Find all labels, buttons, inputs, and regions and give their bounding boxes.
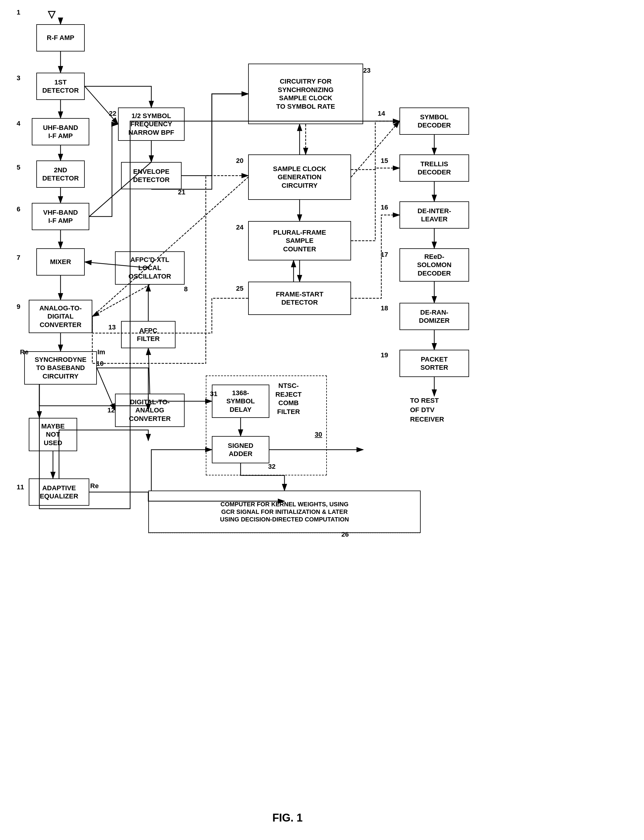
svg-line-16: [92, 285, 150, 316]
node8-label: 8: [184, 285, 187, 293]
svg-line-12: [85, 86, 118, 124]
uhf-amp-block: UHF-BANDI-F AMP: [32, 118, 89, 145]
first-detector-label: 1STDETECTOR: [43, 78, 79, 95]
frame-start-block: FRAME-STARTDETECTOR: [248, 282, 351, 315]
node5-label: 5: [16, 163, 20, 171]
sample-clock-gen-label: SAMPLE CLOCKGENERATIONCIRCUITRY: [273, 165, 326, 190]
packet-sorter-label: PACKETSORTER: [421, 355, 448, 372]
diagram-container: ▽ R-F AMP 1STDETECTOR UHF-BANDI-F AMP 2N…: [0, 0, 644, 840]
plural-frame-label: PLURAL-FRAMESAMPLECOUNTER: [273, 228, 326, 254]
node25-label: 25: [236, 285, 243, 293]
first-detector-block: 1STDETECTOR: [36, 72, 85, 100]
node11-label: 11: [16, 483, 24, 491]
sync-sample-clock-block: CIRCUITRY FORSYNCHRONIZINGSAMPLE CLOCKTO…: [248, 64, 363, 124]
symbol-delay-block: 1368-SYMBOLDELAY: [212, 385, 269, 418]
node9-label: 9: [16, 303, 20, 311]
node18-label: 18: [381, 304, 388, 312]
second-detector-block: 2NDDETECTOR: [36, 160, 85, 188]
synchrodyne-label: SYNCHRODYNETO BASEBANDCIRCUITRY: [34, 356, 86, 380]
node22-label: 22: [109, 110, 116, 117]
adaptive-eq-block: ADAPTIVEEQUALIZER: [29, 478, 89, 506]
maybe-not-used-label: MAYBENOTUSED: [41, 422, 64, 447]
node32-label: 32: [268, 463, 275, 471]
node10-label: 10: [96, 360, 104, 367]
node26-label: 26: [342, 530, 348, 539]
node4-label: 4: [16, 120, 20, 127]
frame-start-label: FRAME-STARTDETECTOR: [276, 290, 323, 307]
envelope-det-label: ENVELOPEDETECTOR: [133, 168, 170, 184]
packet-sorter-block: PACKETSORTER: [399, 350, 469, 377]
re-label2: Re: [90, 482, 99, 490]
mixer-label: MIXER: [50, 258, 71, 266]
node15-label: 15: [381, 157, 388, 165]
afpcd-osc-block: AFPC'D XTLLOCALOSCILLATOR: [115, 251, 185, 285]
dac-block: DIGITAL-TO-ANALOGCONVERTER: [115, 394, 185, 427]
half-symbol-bpf-block: 1/2 SYMBOLFREQUENCYNARROW BPF: [118, 107, 185, 141]
kernel-computer-label: COMPUTER FOR KERNEL WEIGHTS, USINGGCR SI…: [220, 501, 349, 523]
node31-label: 31: [210, 390, 217, 398]
vhf-amp-label: VHF-BANDI-F AMP: [43, 208, 78, 225]
node20-label: 20: [236, 157, 243, 165]
de-randomizer-label: DE-RAN-DOMIZER: [419, 308, 449, 325]
maybe-not-used-block: MAYBENOTUSED: [29, 418, 77, 451]
node14-label: 14: [378, 110, 385, 117]
node19-label: 19: [381, 351, 388, 359]
figure-label: FIG. 1: [273, 812, 302, 824]
trellis-decoder-block: TRELLISDECODER: [399, 155, 469, 182]
reed-solomon-label: REeD-SOLOMONDECODER: [417, 252, 452, 278]
svg-line-26: [92, 177, 248, 316]
node1-label: 1: [16, 8, 20, 16]
sample-clock-gen-block: SAMPLE CLOCKGENERATIONCIRCUITRY: [248, 155, 351, 200]
afpc-filter-label: AFPCFILTER: [137, 326, 159, 343]
symbol-delay-label: 1368-SYMBOLDELAY: [227, 389, 255, 414]
node12-label: 12: [107, 406, 115, 414]
synchrodyne-block: SYNCHRODYNETO BASEBANDCIRCUITRY: [24, 351, 97, 385]
node3-label: 3: [16, 74, 20, 82]
reed-solomon-block: REeD-SOLOMONDECODER: [399, 248, 469, 282]
adaptive-eq-label: ADAPTIVEEQUALIZER: [39, 484, 78, 501]
de-interleaver-label: DE-INTER-LEAVER: [417, 207, 451, 224]
de-randomizer-block: DE-RAN-DOMIZER: [399, 303, 469, 330]
node23-label: 23: [363, 67, 370, 74]
signed-adder-block: SIGNEDADDER: [212, 436, 269, 463]
node30-label: 30: [315, 431, 322, 438]
svg-line-19: [97, 368, 115, 410]
second-detector-label: 2NDDETECTOR: [43, 166, 79, 183]
antenna-symbol: ▽: [48, 8, 55, 20]
dac-label: DIGITAL-TO-ANALOGCONVERTER: [129, 398, 171, 423]
rf-amp-label: R-F AMP: [47, 34, 74, 42]
ntsc-reject-label: NTSC-REJECTCOMBFILTER: [275, 382, 302, 416]
re-label1: Re: [20, 348, 28, 356]
node21-label: 21: [178, 188, 185, 196]
envelope-det-block: ENVELOPEDETECTOR: [121, 162, 182, 189]
svg-line-18: [148, 348, 150, 394]
uhf-amp-label: UHF-BANDI-F AMP: [43, 124, 78, 140]
to-rest-label: TO RESTOF DTVRECEIVER: [410, 396, 444, 424]
sync-sample-clock-label: CIRCUITRY FORSYNCHRONIZINGSAMPLE CLOCKTO…: [276, 77, 335, 110]
adc-block: ANALOG-TO-DIGITALCONVERTER: [29, 300, 92, 333]
plural-frame-block: PLURAL-FRAMESAMPLECOUNTER: [248, 221, 351, 260]
kernel-computer-block: COMPUTER FOR KERNEL WEIGHTS, USINGGCR SI…: [148, 491, 421, 533]
rf-amp-block: R-F AMP: [36, 24, 85, 51]
afpc-filter-block: AFPCFILTER: [121, 321, 176, 348]
adc-label: ANALOG-TO-DIGITALCONVERTER: [39, 304, 82, 329]
signed-adder-label: SIGNEDADDER: [228, 441, 253, 458]
symbol-decoder-block: SYMBOLDECODER: [399, 107, 469, 135]
node6-label: 6: [16, 205, 20, 213]
symbol-decoder-label: SYMBOLDECODER: [417, 113, 451, 130]
node17-label: 17: [381, 251, 388, 259]
half-symbol-bpf-label: 1/2 SYMBOLFREQUENCYNARROW BPF: [128, 112, 174, 137]
trellis-decoder-label: TRELLISDECODER: [417, 160, 451, 176]
svg-line-22: [351, 121, 399, 177]
im-label1: Im: [97, 348, 105, 356]
node24-label: 24: [236, 224, 243, 231]
afpcd-osc-label: AFPC'D XTLLOCALOSCILLATOR: [129, 255, 171, 281]
mixer-block: MIXER: [36, 248, 85, 275]
node13-label: 13: [108, 323, 116, 331]
de-interleaver-block: DE-INTER-LEAVER: [399, 201, 469, 229]
node16-label: 16: [381, 204, 388, 211]
vhf-amp-block: VHF-BANDI-F AMP: [32, 203, 89, 230]
node7-label: 7: [16, 254, 20, 262]
